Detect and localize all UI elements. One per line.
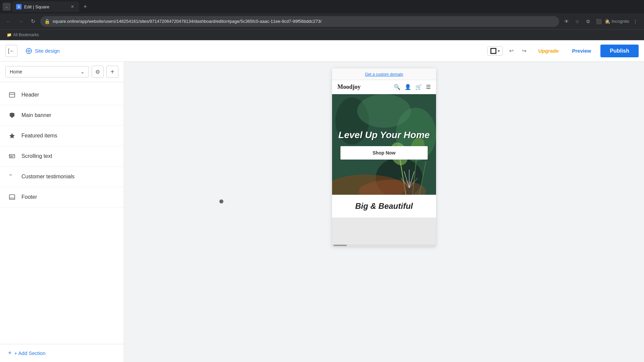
preview-menu-icon: ☰ [426, 84, 431, 90]
hide-icon-btn[interactable]: 👁 [562, 17, 571, 26]
canvas-area[interactable]: Get a custom domain Moodjoy 🔍 👤 🛒 ☰ [124, 62, 644, 362]
browser-tabs: ⌄ S Edit | Square ✕ + [0, 0, 644, 13]
preview-search-icon: 🔍 [394, 84, 400, 90]
svg-rect-5 [9, 155, 15, 158]
header-right: Upgrade Preview Publish [534, 45, 639, 57]
sidebar-item-scrolling-text[interactable]: Scrolling text [0, 146, 124, 167]
header-icon [8, 91, 16, 99]
bookmarks-bar: 📁 All Bookmarks [0, 29, 644, 40]
extension-btn[interactable]: ⚙ [583, 17, 593, 26]
preview-cart-icon: 🛒 [415, 84, 422, 90]
main-layout: Home ⌄ ⚙ + [0, 62, 644, 362]
tab-list-btn[interactable]: ⌄ [3, 3, 11, 11]
incognito-badge: 🕵 Incognito [605, 19, 629, 24]
lock-icon: 🔒 [44, 19, 50, 24]
address-bar[interactable]: 🔒 square.online/app/website/users/148254… [40, 16, 559, 27]
banner-title: Level Up Your Home [338, 129, 430, 141]
browser-chrome: ⌄ S Edit | Square ✕ + ← → ↻ 🔒 square.onl… [0, 0, 644, 362]
app-header: [← Site design ▾ [0, 40, 644, 62]
incognito-icon: 🕵 [605, 19, 610, 24]
left-sidebar: Home ⌄ ⚙ + [0, 62, 124, 362]
svg-text:": " [9, 173, 12, 180]
forward-nav-btn[interactable]: → [16, 17, 25, 26]
custom-domain-link[interactable]: Get a custom domain [365, 72, 403, 77]
featured-items-label: Featured items [21, 133, 57, 139]
bookmarks-label: All Bookmarks [13, 33, 39, 37]
device-icon [490, 48, 496, 54]
svg-marker-4 [9, 133, 15, 138]
add-section-plus-icon: + [8, 350, 12, 357]
profile-btn[interactable]: ⬛ [594, 17, 603, 26]
plus-icon: + [110, 68, 114, 76]
back-btn[interactable]: [← [5, 45, 17, 57]
page-dropdown[interactable]: Home ⌄ [5, 66, 89, 77]
tab-close-btn[interactable]: ✕ [70, 4, 75, 9]
incognito-label: Incognito [611, 19, 629, 24]
undo-redo-group: ↩ ↪ [505, 45, 530, 57]
app-content: [← Site design ▾ [0, 40, 644, 362]
preview-banner: Level Up Your Home Shop Now [332, 94, 436, 195]
preview-top-bar: Get a custom domain [332, 68, 436, 80]
device-selector[interactable]: ▾ [487, 46, 503, 56]
redo-btn[interactable]: ↪ [518, 45, 530, 57]
site-design-label: Site design [35, 48, 60, 54]
back-arrow-icon: [← [8, 48, 15, 54]
page-settings-btn[interactable]: ⚙ [92, 66, 104, 78]
preview-container: Get a custom domain Moodjoy 🔍 👤 🛒 ☰ [332, 68, 436, 246]
sidebar-sections: Header Main banner [0, 82, 124, 344]
browser-toolbar: ← → ↻ 🔒 square.online/app/website/users/… [0, 13, 644, 29]
svg-rect-1 [491, 49, 495, 53]
add-section-label: + Add Section [14, 350, 46, 356]
active-tab[interactable]: S Edit | Square ✕ [12, 1, 79, 12]
sidebar-item-featured-items[interactable]: Featured items [0, 126, 124, 146]
preview-grey-section [332, 218, 436, 244]
sidebar-item-customer-testimonials[interactable]: " Customer testimonials [0, 167, 124, 187]
preview-logo: Moodjoy [337, 83, 361, 90]
scrolling-text-label: Scrolling text [21, 153, 52, 159]
add-page-btn[interactable]: + [106, 66, 118, 78]
reload-btn[interactable]: ↻ [28, 17, 38, 26]
banner-overlay: Level Up Your Home Shop Now [332, 94, 436, 195]
preview-scrollbar-thumb[interactable] [333, 245, 347, 246]
page-label: Home [10, 69, 22, 74]
sidebar-item-header[interactable]: Header [0, 85, 124, 105]
undo-btn[interactable]: ↩ [505, 45, 518, 57]
preview-nav: Moodjoy 🔍 👤 🛒 ☰ [332, 80, 436, 94]
featured-items-icon [8, 132, 16, 140]
bookmark-btn[interactable]: ☆ [573, 17, 582, 26]
tab-favicon: S [16, 4, 21, 9]
preview-account-icon: 👤 [405, 84, 411, 90]
customer-testimonials-icon: " [8, 173, 16, 181]
footer-label: Footer [21, 194, 37, 200]
shop-now-btn[interactable]: Shop Now [340, 146, 428, 160]
add-section-btn[interactable]: + + Add Section [0, 344, 124, 362]
upgrade-btn[interactable]: Upgrade [534, 45, 563, 56]
chevron-down-icon: ▾ [498, 49, 500, 53]
gear-icon: ⚙ [95, 69, 100, 75]
preview-btn[interactable]: Preview [567, 45, 597, 56]
toolbar-actions: 👁 ☆ ⚙ ⬛ 🕵 Incognito ⋮ [562, 17, 640, 26]
site-design-btn[interactable]: Site design [21, 45, 64, 57]
preview-below-section: Big & Beautiful [332, 195, 436, 218]
toolbar-center: ▾ ↩ ↪ [487, 45, 530, 57]
svg-rect-2 [9, 93, 15, 97]
svg-rect-9 [9, 195, 15, 199]
main-banner-icon [8, 111, 16, 119]
site-design-icon [25, 48, 32, 54]
preview-nav-icons: 🔍 👤 🛒 ☰ [394, 84, 431, 90]
publish-btn[interactable]: Publish [600, 45, 639, 57]
menu-btn[interactable]: ⋮ [631, 17, 640, 26]
new-tab-btn[interactable]: + [80, 2, 90, 11]
all-bookmarks[interactable]: 📁 All Bookmarks [4, 31, 42, 39]
sidebar-item-footer[interactable]: Footer [0, 187, 124, 207]
page-selector: Home ⌄ ⚙ + [0, 62, 124, 82]
back-nav-btn[interactable]: ← [4, 17, 13, 26]
main-banner-label: Main banner [21, 112, 51, 118]
dropdown-chevron-icon: ⌄ [80, 69, 85, 74]
sidebar-item-main-banner[interactable]: Main banner [0, 105, 124, 126]
footer-icon [8, 193, 16, 201]
address-text: square.online/app/website/users/14825416… [53, 19, 555, 24]
scrolling-text-icon [8, 152, 16, 160]
preview-scrollbar-x[interactable] [332, 244, 436, 246]
bookmarks-folder-icon: 📁 [7, 33, 12, 37]
